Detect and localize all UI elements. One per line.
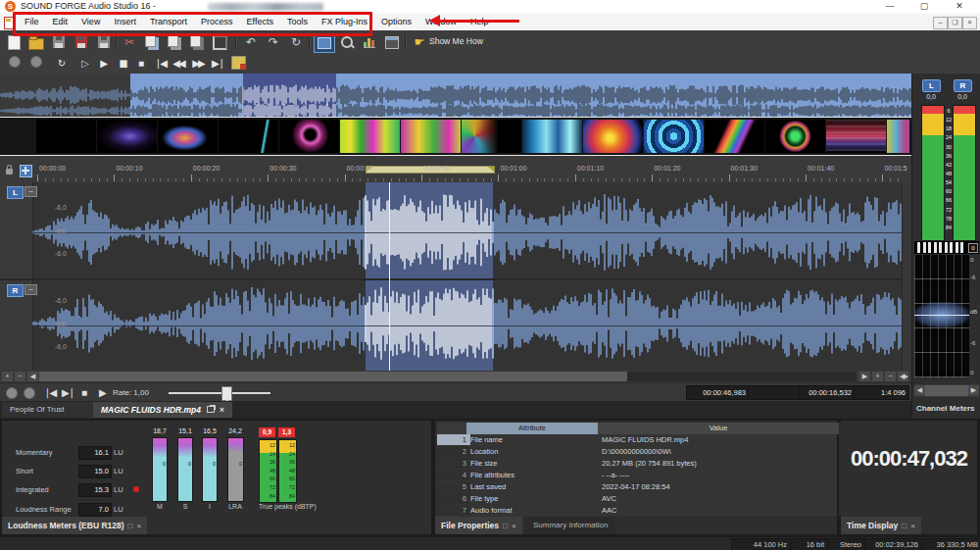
right-channel-button[interactable]: R bbox=[7, 284, 24, 297]
menu-process[interactable]: Process bbox=[194, 14, 240, 30]
go-to-end-icon[interactable]: ▶❘ bbox=[62, 385, 74, 400]
go-to-start-icon[interactable]: ❘◀ bbox=[43, 385, 55, 400]
video-frame[interactable] bbox=[462, 120, 521, 153]
column-header-attribute[interactable]: Attribute bbox=[466, 423, 598, 434]
close-icon[interactable]: ✕ bbox=[947, 0, 972, 13]
stop-icon[interactable]: ■ bbox=[81, 385, 87, 400]
document-icon[interactable] bbox=[4, 17, 15, 29]
loudness-meters-tab[interactable]: Loudness Meters (EBU R128)□× bbox=[2, 517, 147, 534]
save-as-button[interactable] bbox=[72, 33, 91, 51]
overview-bar[interactable] bbox=[0, 74, 911, 117]
video-frame[interactable] bbox=[36, 120, 96, 153]
zoom-out-button[interactable]: − bbox=[885, 372, 896, 381]
column-header-value[interactable]: Value bbox=[598, 423, 839, 434]
play-button[interactable]: ▶ bbox=[95, 56, 113, 72]
close-panel-icon[interactable]: × bbox=[132, 522, 141, 530]
show-me-how-button[interactable]: ☛ bbox=[410, 33, 429, 51]
zoom-tool-button[interactable] bbox=[337, 33, 357, 51]
video-frame[interactable] bbox=[765, 120, 825, 153]
menu-help[interactable]: Help bbox=[464, 14, 496, 30]
video-frame[interactable] bbox=[826, 120, 886, 153]
scroll-left-icon[interactable]: ◀ bbox=[914, 385, 925, 395]
save-button[interactable] bbox=[49, 33, 69, 51]
go-to-start-button[interactable]: ❘◀ bbox=[151, 56, 169, 72]
float-icon[interactable]: □ bbox=[898, 522, 906, 530]
menu-transport[interactable]: Transport bbox=[143, 14, 194, 30]
menu-view[interactable]: View bbox=[74, 14, 107, 30]
close-panel-icon[interactable]: × bbox=[508, 522, 516, 530]
statistics-button[interactable] bbox=[360, 33, 379, 51]
play-all-button[interactable]: ▷ bbox=[76, 56, 94, 72]
scrollbar-thumb[interactable] bbox=[39, 372, 627, 381]
tab-people-of-trust[interactable]: People Of Trust bbox=[2, 402, 94, 418]
menu-insert[interactable]: Insert bbox=[107, 14, 143, 30]
paste-button[interactable] bbox=[165, 33, 184, 51]
snap-icon[interactable] bbox=[20, 165, 32, 177]
menu-file[interactable]: File bbox=[18, 14, 46, 30]
meter-scrollbar[interactable]: ◀ ▶ bbox=[914, 384, 979, 397]
file-properties-tab[interactable]: File Properties□× bbox=[435, 517, 522, 534]
rate-slider-track[interactable] bbox=[169, 392, 270, 394]
video-strip[interactable] bbox=[0, 118, 911, 155]
arm-record-button[interactable] bbox=[27, 56, 45, 72]
restore-icon[interactable] bbox=[207, 406, 215, 413]
tab-magic-fluids[interactable]: MAGIC FLUIDS HDR.mp4× bbox=[93, 402, 232, 418]
waveform-editor[interactable]: L – R – -6,0 -Inf. -6,0 -6,0 -Inf. -6,0 bbox=[0, 182, 911, 371]
scroll-right-icon[interactable]: ▶ bbox=[968, 385, 979, 395]
lock-icon[interactable] bbox=[6, 169, 13, 175]
minimize-channel-icon[interactable]: – bbox=[24, 284, 37, 295]
channel-converter-button[interactable] bbox=[314, 33, 335, 53]
empty-time-box[interactable] bbox=[748, 385, 801, 400]
close-panel-icon[interactable]: × bbox=[906, 522, 915, 530]
video-frame[interactable] bbox=[583, 120, 643, 153]
zoom-ratio-box[interactable]: 1:4 096 bbox=[854, 385, 909, 400]
menu-window[interactable]: Window bbox=[418, 14, 464, 30]
mdi-minimize-icon[interactable]: – bbox=[933, 17, 948, 29]
video-frame[interactable] bbox=[644, 120, 704, 153]
video-frame[interactable] bbox=[279, 120, 339, 153]
video-frame[interactable] bbox=[219, 120, 278, 153]
zoom-in-button[interactable]: + bbox=[2, 372, 13, 381]
menu-options[interactable]: Options bbox=[374, 14, 418, 30]
loop-playback-button[interactable]: ↻ bbox=[53, 56, 71, 72]
video-frame[interactable] bbox=[705, 120, 764, 153]
script-editor-button[interactable] bbox=[382, 33, 402, 51]
repeat-button[interactable]: ↻ bbox=[286, 33, 306, 51]
video-frame[interactable] bbox=[887, 120, 909, 153]
video-frame[interactable] bbox=[401, 120, 461, 153]
mix-button[interactable] bbox=[187, 33, 207, 51]
close-tab-icon[interactable]: × bbox=[218, 405, 224, 415]
render-as-button[interactable] bbox=[94, 33, 114, 51]
menu-fx-plug-ins[interactable]: FX Plug-Ins bbox=[315, 14, 374, 30]
scrollbar-track[interactable] bbox=[39, 372, 857, 381]
trim-button[interactable] bbox=[210, 33, 229, 51]
video-frame[interactable] bbox=[158, 120, 218, 153]
minimize-channel-icon[interactable]: – bbox=[24, 186, 37, 197]
rewind-button[interactable]: ◀◀ bbox=[170, 56, 187, 72]
new-file-button[interactable] bbox=[4, 33, 24, 51]
pause-button[interactable]: ▮▮ bbox=[114, 56, 131, 72]
open-button[interactable] bbox=[26, 33, 46, 51]
playback-cursor[interactable] bbox=[389, 182, 390, 371]
undo-button[interactable]: ↶ bbox=[241, 33, 261, 51]
redo-button[interactable]: ↷ bbox=[264, 33, 283, 51]
scroll-left-icon[interactable]: ◀ bbox=[27, 372, 38, 381]
menu-tools[interactable]: Tools bbox=[280, 14, 315, 30]
meter-left-button[interactable]: L bbox=[922, 79, 941, 92]
play-icon[interactable]: ▶ bbox=[99, 385, 107, 400]
time-ruler[interactable]: 00:00:0000:00:1000:00:2000:00:3000:00:40… bbox=[0, 156, 911, 182]
zoom-out-button[interactable]: − bbox=[15, 372, 25, 381]
scroll-right-icon[interactable]: ▶ bbox=[859, 372, 870, 381]
float-icon[interactable]: □ bbox=[499, 522, 508, 530]
zoom-fit-icon[interactable]: ◀▶ bbox=[898, 372, 908, 381]
forward-button[interactable]: ▶▶ bbox=[189, 56, 207, 72]
video-frame[interactable] bbox=[97, 120, 157, 153]
scrollbar-thumb[interactable] bbox=[925, 385, 968, 396]
mdi-restore-icon[interactable]: ❏ bbox=[948, 17, 962, 29]
record-button[interactable] bbox=[6, 56, 24, 72]
video-frame[interactable] bbox=[340, 120, 400, 153]
selection-length-box[interactable]: 00:00:16,532 bbox=[799, 385, 856, 400]
left-channel-button[interactable]: L bbox=[7, 186, 24, 199]
cut-button[interactable]: ✂ bbox=[120, 33, 139, 51]
video-frame[interactable] bbox=[522, 120, 582, 153]
